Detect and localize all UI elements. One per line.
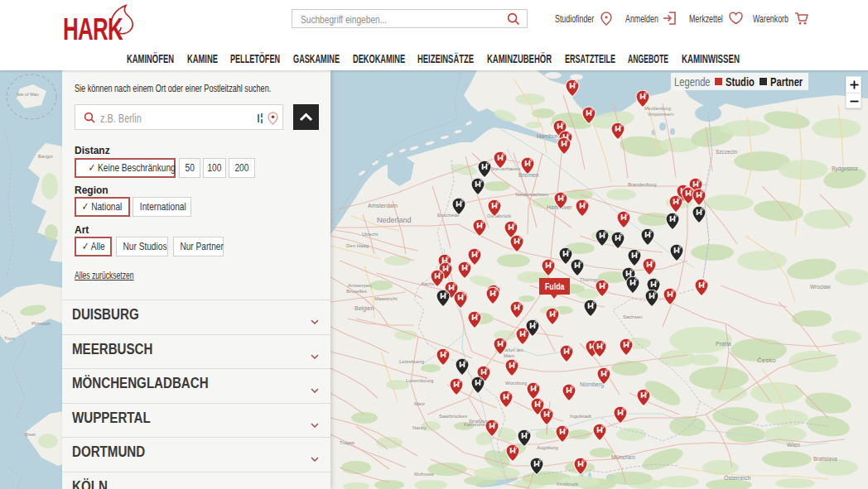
svg-text:HARK: HARK: [63, 12, 123, 46]
